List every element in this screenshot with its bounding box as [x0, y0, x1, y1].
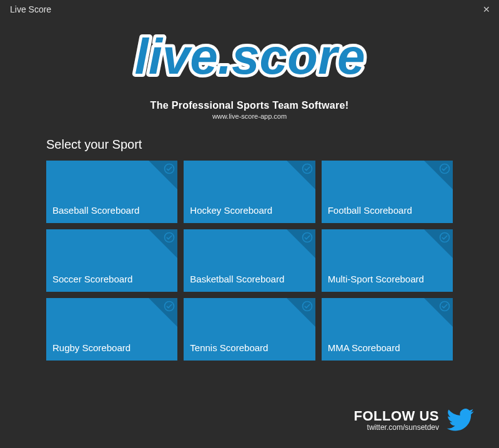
- sport-tile-label: Multi-Sport Scoreboard: [328, 274, 424, 284]
- app-logo: live.score: [125, 25, 375, 94]
- checkmark-icon: [302, 301, 313, 312]
- sport-tile-label: Hockey Scoreboard: [190, 205, 272, 216]
- website-url: www.live-score-app.com: [0, 112, 499, 120]
- header-logo-area: live.score The Professional Sports Team …: [0, 25, 499, 120]
- checkmark-icon: [302, 232, 313, 243]
- sport-tile-baseball[interactable]: Baseball Scoreboard: [46, 161, 177, 223]
- close-icon[interactable]: ✕: [480, 2, 493, 17]
- select-sport-label: Select your Sport: [46, 137, 453, 152]
- checkmark-icon: [439, 163, 450, 174]
- follow-us[interactable]: FOLLOW US twitter.com/sunsetdev: [354, 408, 474, 432]
- checkmark-icon: [164, 232, 175, 243]
- sport-tile-football[interactable]: Football Scoreboard: [322, 161, 453, 223]
- sport-tile-tennis[interactable]: Tennis Scoreboard: [184, 298, 315, 361]
- checkmark-icon: [439, 301, 450, 312]
- checkmark-icon: [302, 163, 313, 174]
- sport-tile-label: Football Scoreboard: [328, 205, 412, 216]
- checkmark-icon: [164, 163, 175, 174]
- sport-tile-multisport[interactable]: Multi-Sport Scoreboard: [322, 229, 453, 292]
- sport-tile-label: MMA Scoreboard: [328, 342, 400, 353]
- window-title: Live Score: [10, 4, 51, 14]
- follow-us-title: FOLLOW US: [354, 408, 439, 424]
- logo-text: live.score: [134, 29, 365, 84]
- sport-tile-hockey[interactable]: Hockey Scoreboard: [184, 161, 315, 223]
- twitter-icon: [447, 409, 474, 431]
- follow-us-handle: twitter.com/sunsetdev: [354, 423, 439, 432]
- sport-tile-basketball[interactable]: Basketball Scoreboard: [184, 229, 315, 292]
- sport-tile-label: Baseball Scoreboard: [52, 205, 139, 216]
- sport-tile-label: Tennis Scoreboard: [190, 342, 268, 353]
- checkmark-icon: [439, 232, 450, 243]
- titlebar: Live Score ✕: [0, 0, 499, 19]
- sport-tile-label: Rugby Scoreboard: [52, 342, 131, 353]
- sport-tile-label: Soccer Scoreboard: [52, 274, 132, 284]
- sport-tile-soccer[interactable]: Soccer Scoreboard: [46, 229, 177, 292]
- sport-tile-label: Basketball Scoreboard: [190, 274, 284, 284]
- sport-tile-mma[interactable]: MMA Scoreboard: [322, 298, 453, 361]
- tagline: The Professional Sports Team Software!: [0, 100, 499, 111]
- checkmark-icon: [164, 301, 175, 312]
- sport-tile-rugby[interactable]: Rugby Scoreboard: [46, 298, 177, 361]
- sport-tile-grid: Baseball ScoreboardHockey ScoreboardFoot…: [46, 161, 453, 361]
